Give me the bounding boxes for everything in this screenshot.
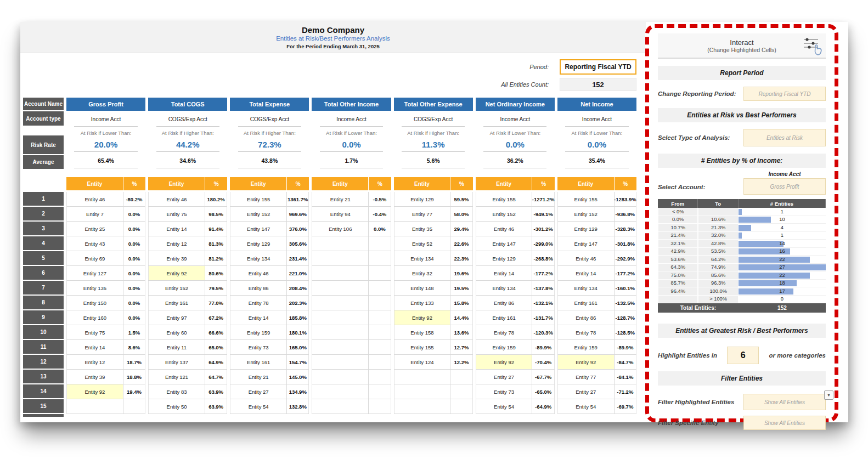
table-row: Entity 46221.0% xyxy=(230,266,309,281)
pct-cell: -70.4% xyxy=(532,355,554,369)
interact-subtitle: (Change Highlighted Cells) xyxy=(707,47,776,53)
pct-cell: 80.6% xyxy=(205,266,227,280)
analysis-type-input[interactable]: Entities at Risk xyxy=(743,129,826,146)
pct-cell: -84.7% xyxy=(615,355,636,369)
entity-cell: Entity 54 xyxy=(230,399,287,414)
entity-cell: Entity 86 xyxy=(557,310,615,325)
table-row: Entity 46180.2% xyxy=(148,192,227,207)
table-row xyxy=(66,399,145,414)
distribution-row: 64.3%74.9%27 xyxy=(658,264,826,272)
table-row: Entity 54-69.7% xyxy=(557,399,636,414)
highlighted-entity-cell[interactable]: Entity 92 xyxy=(557,355,615,369)
range-to: 64.2% xyxy=(698,256,738,264)
table-row: Entity 159-89.9% xyxy=(557,340,636,355)
range-from: 64.3% xyxy=(658,264,698,272)
entity-cell: Entity 124 xyxy=(394,355,451,369)
change-reporting-period-label: Change Reporting Period: xyxy=(658,90,736,97)
row-number: 7 xyxy=(23,281,64,295)
table-row: Entity 46-301.2% xyxy=(476,222,555,236)
table-row: Entity 86208.4% xyxy=(230,281,309,296)
row-number: 11 xyxy=(23,340,64,354)
filter-specific-label: Filter Specific Entity xyxy=(658,420,719,426)
highlighted-entity-cell[interactable]: Entity 92 xyxy=(394,310,451,325)
period-selector[interactable]: Reporting Fiscal YTD xyxy=(560,59,636,75)
dropdown-arrow-icon[interactable]: ▼ xyxy=(824,390,833,400)
entity-cell: Entity 127 xyxy=(66,266,123,280)
entity-column-header: Entity xyxy=(394,177,451,190)
range-from: 53.6% xyxy=(658,256,698,264)
row-label-column: Account Name Account type Risk Rate Aver… xyxy=(23,98,64,169)
entity-cell: Entity 155 xyxy=(394,340,451,354)
table-row: Entity 14185.8% xyxy=(230,310,309,325)
risk-caption: At Risk if Higher Than: xyxy=(148,127,227,136)
risk-caption: At Risk if Lower Than: xyxy=(476,127,555,136)
account-column-total-other-income: Total Other IncomeIncome AcctAt Risk if … xyxy=(312,98,391,169)
entity-cell: Entity 137 xyxy=(148,355,205,369)
table-row: Entity 3981.2% xyxy=(148,251,227,266)
pct-cell: 0.0% xyxy=(123,281,145,295)
pct-cell xyxy=(369,370,391,384)
table-row: Entity 21145.0% xyxy=(230,370,309,384)
highlighted-entity-cell[interactable]: Entity 92 xyxy=(66,384,123,399)
entity-cell: Entity 97 xyxy=(148,310,205,325)
account-column-net-ordinary-income: Net Ordinary IncomeIncome AcctAt Risk if… xyxy=(476,98,555,169)
entity-table-header: Entity% xyxy=(394,177,473,190)
pct-cell: 64.7% xyxy=(205,370,227,384)
pct-cell xyxy=(369,296,391,310)
pct-cell: 0.0% xyxy=(369,222,391,236)
entity-cell xyxy=(312,281,369,295)
entity-cell: Entity 155 xyxy=(476,192,533,206)
average-value: 1.7% xyxy=(312,152,391,169)
pct-cell: 22.6% xyxy=(450,236,472,251)
entity-table-gross-profit: Entity%Entity 46-80.2%Entity 70.0%Entity… xyxy=(66,177,145,417)
highlight-threshold-input[interactable]: 6 xyxy=(727,347,759,364)
table-row: Entity 3529.4% xyxy=(394,222,473,236)
reporting-period-input[interactable]: Reporting Fiscal YTD xyxy=(743,87,826,101)
row-number: 13 xyxy=(23,370,64,383)
pct-cell: -1283.9% xyxy=(615,192,636,206)
filter-highlighted-input[interactable]: Show All Entities xyxy=(743,394,826,410)
count-bar xyxy=(739,209,742,215)
table-row: Entity 14-177.2% xyxy=(476,266,555,281)
table-row: Entity 7758.0% xyxy=(394,207,473,222)
risk-rate-value: 0.0% xyxy=(312,136,391,152)
pct-cell: -69.7% xyxy=(615,399,636,414)
account-title: Total Other Expense xyxy=(394,98,473,111)
distribution-table-header: From To # Entities xyxy=(658,199,826,208)
pct-cell xyxy=(450,384,472,399)
highlighted-entity-cell[interactable]: Entity 92 xyxy=(148,266,205,280)
entity-cell: Entity 75 xyxy=(148,207,205,221)
pct-cell: -936.8% xyxy=(615,207,636,221)
count-bar xyxy=(739,288,793,295)
average-label: Average xyxy=(23,155,64,169)
table-row: Entity 155-1283.9% xyxy=(557,192,636,207)
pct-cell: 165.0% xyxy=(287,340,309,354)
entity-count-cell: 4 xyxy=(739,224,826,232)
pct-cell xyxy=(369,251,391,265)
pct-cell: -132.5% xyxy=(615,296,636,310)
pct-cell: -0.4% xyxy=(369,207,391,221)
filter-specific-input[interactable]: Show All Entities xyxy=(743,416,826,430)
row-number-partial xyxy=(23,414,64,417)
range-from: 75.0% xyxy=(658,271,698,280)
entity-cell: Entity 160 xyxy=(66,310,123,325)
table-row xyxy=(312,251,391,266)
entity-cell: Entity 94 xyxy=(312,207,369,221)
analysis-type-row: Select Type of Analysis: Entities at Ris… xyxy=(658,129,826,146)
col-entities: # Entities xyxy=(739,199,826,208)
entity-cell: Entity 14 xyxy=(230,310,287,325)
entity-column-header: Entity xyxy=(230,177,287,190)
pct-cell: -80.2% xyxy=(123,192,145,206)
company-title: Demo Company xyxy=(20,25,646,35)
highlighted-entity-cell[interactable]: Entity 92 xyxy=(476,355,533,369)
table-row: Entity 12959.5% xyxy=(394,192,473,207)
entity-cell: Entity 46 xyxy=(66,192,123,206)
account-select-input[interactable]: Gross Profit xyxy=(743,178,826,195)
row-number: 6 xyxy=(23,266,64,280)
entity-cell: Entity 32 xyxy=(394,266,451,280)
entity-cell xyxy=(312,251,369,265)
pct-cell: -1271.2% xyxy=(532,192,554,206)
entity-column-header: Entity xyxy=(557,177,615,190)
table-row: Entity 12412.2% xyxy=(394,355,473,370)
entity-cell: Entity 86 xyxy=(230,281,287,295)
